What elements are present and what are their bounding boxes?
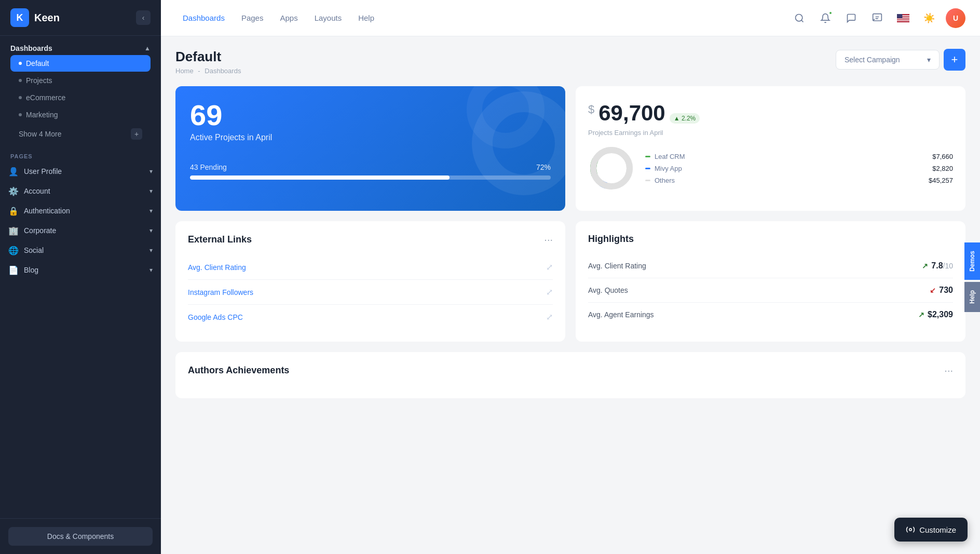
others-value: $45,257 — [929, 177, 953, 184]
demos-tab[interactable]: Demos — [964, 242, 980, 279]
nav-link-pages[interactable]: Pages — [234, 9, 271, 26]
dashboards-section-header[interactable]: Dashboards ▲ — [8, 42, 153, 55]
nav-link-dashboards[interactable]: Dashboards — [175, 9, 232, 26]
breadcrumb-home[interactable]: Home — [175, 67, 194, 75]
sidebar-item-blog[interactable]: 📄 Blog ▾ — [0, 260, 161, 280]
sidebar-item-user-profile[interactable]: 👤 User Profile ▾ — [0, 161, 161, 181]
add-campaign-button[interactable]: + — [944, 49, 965, 71]
sidebar-header: K Keen ‹ — [0, 0, 161, 36]
sidebar-item-ecommerce[interactable]: eCommerce — [10, 89, 151, 106]
active-projects-card: 69 Active Projects in April 43 Pending 7… — [175, 86, 565, 211]
nav-link-apps[interactable]: Apps — [273, 9, 305, 26]
search-button[interactable] — [790, 9, 809, 28]
instagram-external-icon[interactable]: ⤢ — [546, 287, 553, 297]
pages-section-label: PAGES — [0, 147, 161, 161]
customize-label: Customize — [919, 525, 956, 534]
flag-button[interactable] — [894, 9, 913, 28]
blog-chevron-icon: ▾ — [149, 266, 153, 274]
nav-link-layouts[interactable]: Layouts — [307, 9, 349, 26]
google-ads-external-icon[interactable]: ⤢ — [546, 312, 553, 322]
sidebar-item-blog-label: Blog — [24, 266, 38, 274]
user-profile-chevron-icon: ▾ — [149, 168, 153, 175]
sidebar-item-corporate-label: Corporate — [24, 226, 56, 235]
others-label: Others — [655, 177, 675, 184]
sidebar-logo: K Keen — [10, 8, 60, 27]
earnings-growth-badge: ▲ 2.2% — [670, 113, 700, 124]
chat-button[interactable] — [868, 9, 887, 28]
flag-icon — [897, 13, 909, 23]
social-icon: 🌐 — [8, 245, 19, 255]
avg-quotes-label: Avg. Quotes — [588, 286, 628, 294]
sidebar-item-corporate[interactable]: 🏢 Corporate ▾ — [0, 221, 161, 240]
sidebar-collapse-button[interactable]: ‹ — [136, 10, 151, 25]
highlights-card: Highlights Avg. Client Rating ↗ 7.8/10 A… — [576, 221, 965, 342]
nav-link-help[interactable]: Help — [351, 9, 382, 26]
main-content: Dashboards Pages Apps Layouts Help — [161, 0, 980, 554]
sidebar: K Keen ‹ Dashboards ▲ Default Projects e… — [0, 0, 161, 554]
pending-label: 43 Pending — [190, 163, 227, 171]
chat-icon — [872, 13, 882, 23]
authors-title: Authors Achievements — [188, 365, 289, 376]
side-tabs: Demos Help — [964, 242, 980, 312]
sidebar-item-default-label: Default — [26, 59, 49, 67]
show-more-button[interactable]: Show 4 More + — [10, 124, 151, 144]
instagram-link[interactable]: Instagram Followers — [188, 288, 253, 296]
bottom-grid: External Links ··· Avg. Client Rating ⤢ … — [175, 221, 965, 342]
external-links-card: External Links ··· Avg. Client Rating ⤢ … — [175, 221, 565, 342]
progress-percent: 72% — [536, 163, 551, 171]
highlights-title: Highlights — [588, 234, 634, 245]
donut-legend: Leaf CRM $7,660 Mivy App $2,820 — [645, 151, 953, 186]
leaf-crm-value: $7,660 — [932, 153, 953, 160]
select-campaign-dropdown[interactable]: Select Campaign ▾ — [836, 50, 940, 70]
external-links-menu-button[interactable]: ··· — [544, 234, 553, 246]
avg-client-rating-number: 7.8/10 — [931, 261, 953, 271]
show-more-label: Show 4 More — [19, 130, 61, 138]
sidebar-item-marketing[interactable]: Marketing — [10, 106, 151, 123]
avg-client-link[interactable]: Avg. Client Rating — [188, 263, 246, 272]
others-dot — [645, 180, 650, 181]
nav-links: Dashboards Pages Apps Layouts Help — [175, 9, 790, 26]
avg-client-external-icon[interactable]: ⤢ — [546, 262, 553, 272]
legend-others: Others $45,257 — [645, 174, 953, 186]
highlight-avg-client-rating: Avg. Client Rating ↗ 7.8/10 — [588, 254, 953, 278]
theme-toggle-button[interactable]: ☀️ — [920, 9, 938, 28]
avg-client-rating-trend-icon: ↗ — [922, 262, 928, 270]
svg-rect-5 — [897, 18, 909, 19]
sidebar-item-projects[interactable]: Projects — [10, 72, 151, 89]
app-logo-icon: K — [10, 8, 29, 27]
select-campaign-label: Select Campaign — [845, 56, 900, 64]
svg-rect-7 — [897, 14, 902, 18]
user-avatar[interactable]: U — [946, 8, 965, 28]
sidebar-item-account[interactable]: ⚙️ Account ▾ — [0, 181, 161, 201]
sidebar-item-social[interactable]: 🌐 Social ▾ — [0, 240, 161, 260]
authors-menu-button[interactable]: ··· — [944, 364, 953, 376]
help-tab[interactable]: Help — [964, 282, 980, 312]
avg-client-rating-value: ↗ 7.8/10 — [922, 261, 953, 271]
breadcrumb: Home - Dashboards — [175, 67, 241, 75]
notifications-button[interactable] — [816, 9, 835, 28]
customize-button[interactable]: Customize — [894, 518, 968, 542]
progress-bar-fill — [190, 175, 450, 180]
sidebar-item-default[interactable]: Default — [10, 55, 151, 72]
sidebar-item-marketing-label: Marketing — [26, 111, 58, 119]
page-header: Default Home - Dashboards Select Campaig… — [175, 49, 965, 75]
customize-icon — [906, 525, 915, 534]
messages-button[interactable] — [842, 9, 861, 28]
mivy-app-value: $2,820 — [932, 165, 953, 172]
active-dot — [19, 62, 22, 65]
show-more-plus-icon: + — [131, 128, 142, 140]
blog-icon: 📄 — [8, 265, 19, 275]
external-links-header: External Links ··· — [188, 234, 553, 246]
dot-marketing — [19, 113, 22, 116]
sidebar-item-authentication[interactable]: 🔒 Authentication ▾ — [0, 201, 161, 221]
avg-quotes-trend-icon: ↙ — [930, 286, 936, 294]
dot-projects — [19, 79, 22, 82]
campaign-chevron-down-icon: ▾ — [927, 56, 931, 64]
google-ads-link[interactable]: Google Ads CPC — [188, 313, 243, 321]
sidebar-item-account-label: Account — [24, 187, 50, 195]
avg-agent-earnings-label: Avg. Agent Earnings — [588, 310, 654, 319]
corporate-icon: 🏢 — [8, 225, 19, 236]
docs-components-button[interactable]: Docs & Components — [8, 527, 153, 546]
app-name: Keen — [34, 12, 60, 24]
donut-row: Leaf CRM $7,660 Mivy App $2,820 — [588, 145, 953, 192]
